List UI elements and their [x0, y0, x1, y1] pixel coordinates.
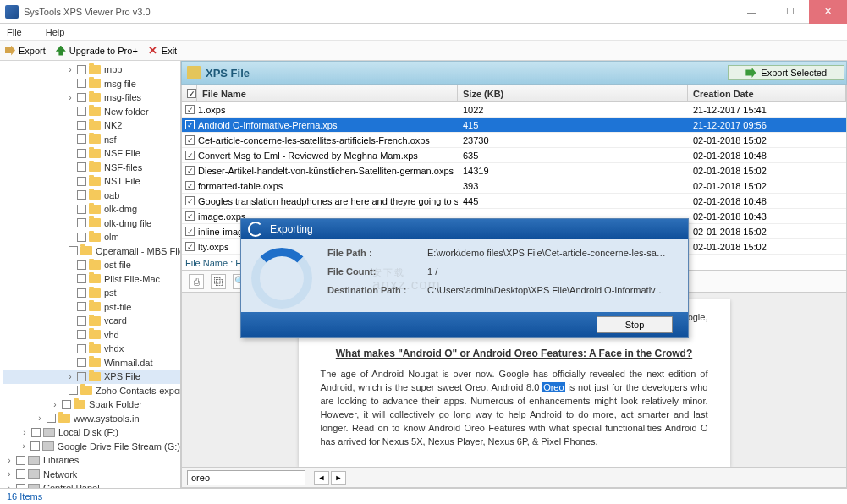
- close-button[interactable]: ✕: [809, 0, 847, 24]
- tree-item[interactable]: ›mpp: [3, 63, 180, 77]
- folder-icon: [89, 344, 101, 353]
- col-date[interactable]: Creation Date: [688, 85, 846, 101]
- tree-item[interactable]: ›Spark Folder: [3, 397, 180, 412]
- tree-item[interactable]: olk-dmg file: [3, 216, 180, 231]
- row-checkbox[interactable]: ✓: [185, 105, 195, 114]
- folder-icon: [89, 162, 101, 172]
- tree-item[interactable]: olm: [3, 230, 180, 244]
- doc-heading: What makes "Android O" or Android Oreo F…: [321, 347, 708, 361]
- tree-item[interactable]: msg file: [3, 77, 180, 91]
- row-checkbox[interactable]: ✓: [185, 135, 195, 145]
- export-selected-button[interactable]: Export Selected: [728, 65, 844, 80]
- row-checkbox[interactable]: ✓: [185, 196, 195, 205]
- tree-item[interactable]: ›Local Disk (F:): [3, 425, 180, 440]
- row-checkbox[interactable]: ✓: [185, 211, 195, 221]
- tree-item[interactable]: Operamail - MBS File: [3, 244, 180, 259]
- select-all-checkbox[interactable]: ✓: [187, 89, 196, 98]
- tree-item[interactable]: NST File: [3, 174, 180, 189]
- print-button[interactable]: ⎙: [189, 274, 204, 289]
- loading-spinner-icon: [251, 248, 312, 309]
- label-dest-path: Destination Path :: [327, 285, 427, 295]
- row-checkbox[interactable]: ✓: [185, 181, 195, 190]
- value-file-path: E:\work\demo files\XPS File\Cet-article-…: [427, 248, 674, 258]
- tree-item[interactable]: ›www.systools.in: [3, 412, 180, 426]
- window-title: SysTools XPS Viewer Pro v3.0: [24, 7, 733, 17]
- table-row[interactable]: ✓Android O-Informative-Prerna.xps41521-1…: [182, 118, 846, 133]
- menu-bar: File Help: [0, 24, 847, 41]
- folder-icon: [89, 372, 101, 381]
- row-checkbox[interactable]: ✓: [185, 151, 195, 160]
- folder-icon: [89, 79, 101, 88]
- item-count: 16 Items: [7, 491, 42, 501]
- drive-icon: [28, 484, 40, 488]
- col-size[interactable]: Size (KB): [458, 85, 688, 101]
- tree-item[interactable]: ›Network: [3, 468, 180, 482]
- tree-item[interactable]: oab: [3, 189, 180, 203]
- table-row[interactable]: ✓Cet-article-concerne-les-satellites-art…: [182, 133, 846, 148]
- tree-item[interactable]: NK2: [3, 118, 180, 133]
- col-filename[interactable]: File Name: [197, 85, 458, 101]
- tree-item[interactable]: pst-file: [3, 300, 180, 315]
- tree-item[interactable]: ›Google Drive File Stream (G:): [3, 440, 180, 454]
- tree-item[interactable]: ›Libraries: [3, 453, 180, 468]
- exit-icon: ✕: [148, 46, 158, 56]
- folder-icon: [89, 93, 101, 102]
- value-dest-path: C:\Users\admin\Desktop\XPS File\Android …: [427, 285, 674, 295]
- tree-item[interactable]: olk-dmg: [3, 202, 180, 216]
- exit-button[interactable]: ✕Exit: [148, 46, 177, 56]
- tree-item[interactable]: Plist File-Mac: [3, 272, 180, 287]
- search-input[interactable]: [187, 470, 305, 485]
- search-bar: ◄ ►: [182, 467, 846, 487]
- copy-button[interactable]: ⿻: [211, 274, 226, 289]
- tree-item[interactable]: New folder: [3, 105, 180, 119]
- folder-icon: [89, 107, 101, 116]
- folder-icon: [89, 134, 101, 144]
- arrow-right-icon: [745, 68, 756, 78]
- folder-icon: [187, 66, 201, 79]
- row-checkbox[interactable]: ✓: [185, 227, 195, 236]
- minimize-button[interactable]: —: [733, 0, 771, 24]
- tree-item[interactable]: vhdx: [3, 342, 180, 356]
- folder-icon: [89, 233, 101, 242]
- drive-icon: [28, 469, 40, 479]
- search-next-button[interactable]: ►: [331, 471, 346, 485]
- tree-item[interactable]: ›XPS File: [3, 370, 180, 384]
- tree-item[interactable]: ost file: [3, 258, 180, 272]
- table-row[interactable]: ✓Googles translation headphones are here…: [182, 194, 846, 209]
- tree-item[interactable]: ›msg-files: [3, 90, 180, 105]
- maximize-button[interactable]: ☐: [771, 0, 809, 24]
- search-prev-button[interactable]: ◄: [314, 471, 329, 485]
- tree-item[interactable]: NSF-files: [3, 161, 180, 175]
- table-row[interactable]: ✓1.oxps102221-12-2017 15:41: [182, 102, 846, 118]
- tree-item[interactable]: pst: [3, 286, 180, 300]
- value-file-count: 1 /: [427, 266, 674, 277]
- tree-item[interactable]: Winmail.dat: [3, 356, 180, 370]
- drive-icon: [42, 441, 54, 451]
- upgrade-button[interactable]: Upgrade to Pro+: [56, 46, 138, 56]
- table-row[interactable]: ✓Convert Msg to Eml - Reviewed by Meghna…: [182, 148, 846, 163]
- tree-item[interactable]: ›Control Panel: [3, 481, 180, 488]
- status-bar: 16 Items: [0, 488, 847, 504]
- table-row[interactable]: ✓formatted-table.oxps39302-01-2018 15:02: [182, 178, 846, 194]
- folder-icon: [89, 316, 101, 326]
- menu-help[interactable]: Help: [46, 27, 65, 37]
- export-button[interactable]: Export: [5, 46, 46, 56]
- tree-item[interactable]: NSF File: [3, 146, 180, 161]
- tree-item[interactable]: Zoho Contacts-exported: [3, 384, 180, 398]
- stop-button[interactable]: Stop: [597, 316, 673, 333]
- folder-tree[interactable]: ›mppmsg file›msg-filesNew folderNK2nsfNS…: [0, 61, 181, 488]
- folder-icon: [89, 302, 101, 311]
- toolbar: Export Upgrade to Pro+ ✕Exit: [0, 41, 847, 61]
- folder-icon: [89, 218, 101, 227]
- tree-item[interactable]: vcard: [3, 314, 180, 328]
- table-row[interactable]: ✓Dieser-Artikel-handelt-von-künstlichen-…: [182, 163, 846, 178]
- tree-item[interactable]: vhd: [3, 328, 180, 342]
- tree-item[interactable]: nsf: [3, 133, 180, 147]
- folder-icon: [89, 358, 101, 367]
- folder-icon: [89, 330, 101, 339]
- folder-icon: [80, 246, 92, 255]
- row-checkbox[interactable]: ✓: [185, 120, 195, 129]
- row-checkbox[interactable]: ✓: [185, 242, 195, 251]
- row-checkbox[interactable]: ✓: [185, 166, 195, 175]
- menu-file[interactable]: File: [7, 27, 22, 37]
